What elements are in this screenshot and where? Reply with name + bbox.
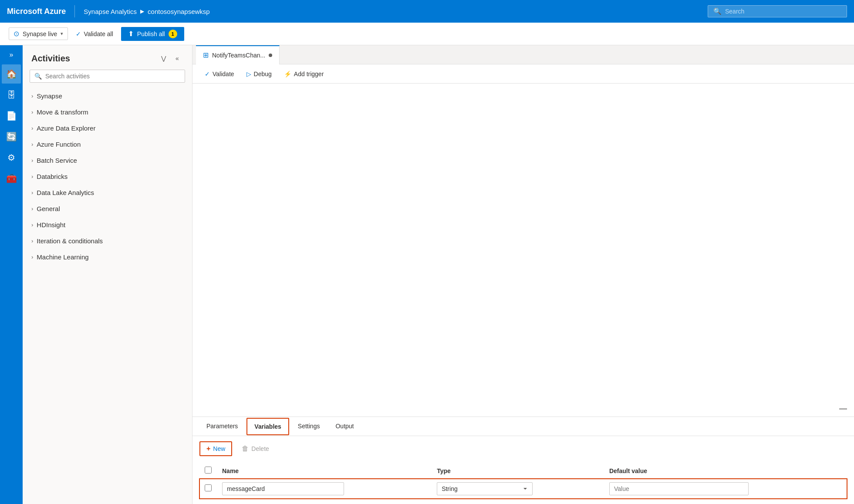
header-name: Name bbox=[217, 463, 432, 479]
sidebar-item-data[interactable]: 🗄 bbox=[2, 85, 21, 104]
activities-header: Activities ⋁ « bbox=[23, 45, 192, 68]
breadcrumb: Synapse Analytics ▶ contososynapsewksp bbox=[84, 8, 209, 15]
synapse-live-icon: ⊙ bbox=[14, 30, 19, 38]
activity-item-azure-function[interactable]: › Azure Function bbox=[23, 136, 192, 152]
sidebar-item-monitor[interactable]: ⚙ bbox=[2, 148, 21, 167]
publish-all-label: Publish all bbox=[137, 30, 165, 37]
activity-label: Machine Learning bbox=[37, 253, 88, 261]
brand-label: Microsoft Azure bbox=[7, 7, 66, 16]
chevron-right-icon: › bbox=[31, 189, 33, 196]
variable-row: String Boolean Array bbox=[199, 479, 847, 499]
chevron-right-icon: › bbox=[31, 109, 33, 115]
synapse-live-button[interactable]: ⊙ Synapse live ▾ bbox=[9, 27, 68, 40]
variable-name-input[interactable] bbox=[222, 482, 344, 495]
close-activities-button[interactable]: « bbox=[171, 52, 183, 64]
activity-item-hdinsight[interactable]: › HDInsight bbox=[23, 217, 192, 233]
sidebar-item-develop[interactable]: 📄 bbox=[2, 106, 21, 125]
row-name-cell bbox=[217, 479, 432, 499]
validate-all-button[interactable]: ✓ Validate all bbox=[71, 28, 117, 40]
tab-parameters-label: Parameters bbox=[206, 423, 238, 430]
collapse-activities-button[interactable]: ⋁ bbox=[157, 52, 169, 64]
activities-list: › Synapse › Move & transform › Azure Dat… bbox=[23, 88, 192, 504]
main-toolbar: ⊙ Synapse live ▾ ✓ Validate all ⬆ Publis… bbox=[0, 23, 854, 45]
row-default-value-cell bbox=[604, 479, 847, 499]
activities-search-input[interactable] bbox=[45, 73, 180, 80]
pipeline-canvas[interactable]: — bbox=[192, 84, 854, 417]
variables-content: + New 🗑 Delete bbox=[192, 436, 854, 504]
chevron-right-icon: › bbox=[31, 93, 33, 99]
publish-badge: 1 bbox=[169, 30, 177, 38]
search-icon: 🔍 bbox=[34, 73, 42, 80]
debug-label: Debug bbox=[254, 71, 272, 77]
header-type: Type bbox=[432, 463, 604, 479]
chevron-right-icon: › bbox=[31, 205, 33, 212]
canvas-minimize-button[interactable]: — bbox=[839, 404, 847, 413]
tab-parameters[interactable]: Parameters bbox=[199, 418, 245, 435]
activity-label: HDInsight bbox=[37, 221, 65, 228]
pipeline-modified-dot bbox=[269, 54, 272, 57]
delete-label: Delete bbox=[251, 445, 269, 452]
activity-item-azure-data-explorer[interactable]: › Azure Data Explorer bbox=[23, 120, 192, 136]
validate-all-icon: ✓ bbox=[76, 30, 81, 37]
activity-item-general[interactable]: › General bbox=[23, 201, 192, 217]
activities-title: Activities bbox=[31, 54, 70, 64]
pipeline-tabs: ⊞ NotifyTeamsChan... bbox=[192, 45, 854, 64]
variables-actions: + New 🗑 Delete bbox=[199, 441, 847, 456]
activity-label: Azure Function bbox=[37, 141, 81, 148]
chevron-right-icon: › bbox=[31, 254, 33, 260]
activities-controls: ⋁ « bbox=[157, 52, 183, 64]
plus-icon: + bbox=[206, 445, 210, 453]
activity-item-machine-learning[interactable]: › Machine Learning bbox=[23, 249, 192, 265]
chevron-right-icon: › bbox=[31, 222, 33, 228]
activity-item-iteration-conditionals[interactable]: › Iteration & conditionals bbox=[23, 233, 192, 249]
tab-settings[interactable]: Settings bbox=[291, 418, 327, 435]
activity-label: General bbox=[37, 205, 60, 212]
top-bar-divider bbox=[74, 5, 75, 17]
activity-label: Move & transform bbox=[37, 108, 88, 116]
debug-button[interactable]: ▷ Debug bbox=[241, 68, 277, 80]
pipeline-icon: ⊞ bbox=[203, 51, 209, 59]
activity-label: Data Lake Analytics bbox=[37, 189, 94, 196]
row-checkbox-cell bbox=[199, 479, 217, 499]
validate-icon: ✓ bbox=[205, 71, 210, 77]
global-search[interactable]: 🔍 bbox=[708, 5, 847, 17]
global-search-input[interactable] bbox=[725, 8, 841, 15]
select-all-checkbox[interactable] bbox=[205, 467, 212, 474]
chevron-right-icon: › bbox=[31, 125, 33, 131]
activities-search-box[interactable]: 🔍 bbox=[30, 70, 185, 83]
row-checkbox[interactable] bbox=[205, 484, 212, 491]
add-trigger-button[interactable]: ⚡ Add trigger bbox=[279, 68, 329, 80]
trash-icon: 🗑 bbox=[242, 445, 249, 453]
activity-item-batch-service[interactable]: › Batch Service bbox=[23, 152, 192, 168]
new-variable-button[interactable]: + New bbox=[199, 441, 232, 456]
tab-variables[interactable]: Variables bbox=[246, 418, 289, 435]
search-icon: 🔍 bbox=[713, 7, 722, 15]
top-bar: Microsoft Azure Synapse Analytics ▶ cont… bbox=[0, 0, 854, 23]
chevron-right-icon: › bbox=[31, 141, 33, 148]
sidebar-item-integrate[interactable]: 🔄 bbox=[2, 127, 21, 146]
chevron-right-icon: › bbox=[31, 238, 33, 244]
content-area: ⊞ NotifyTeamsChan... ✓ Validate ▷ Debug … bbox=[192, 45, 854, 504]
header-checkbox-cell bbox=[199, 463, 217, 479]
activity-item-data-lake-analytics[interactable]: › Data Lake Analytics bbox=[23, 185, 192, 201]
publish-all-button[interactable]: ⬆ Publish all 1 bbox=[121, 27, 184, 41]
delete-variable-button[interactable]: 🗑 Delete bbox=[236, 442, 275, 455]
variables-table: Name Type Default value bbox=[199, 463, 847, 499]
publish-icon: ⬆ bbox=[128, 30, 134, 38]
variable-default-value-input[interactable] bbox=[609, 482, 749, 495]
activity-item-move-transform[interactable]: › Move & transform bbox=[23, 104, 192, 120]
activity-item-databricks[interactable]: › Databricks bbox=[23, 168, 192, 185]
pipeline-toolbar: ✓ Validate ▷ Debug ⚡ Add trigger bbox=[192, 64, 854, 84]
tab-output[interactable]: Output bbox=[328, 418, 361, 435]
bottom-panel: Parameters Variables Settings Output + N… bbox=[192, 417, 854, 504]
activities-panel: Activities ⋁ « 🔍 › Synapse › Move & tran… bbox=[23, 45, 192, 504]
activity-item-synapse[interactable]: › Synapse bbox=[23, 88, 192, 104]
sidebar-collapse-button[interactable]: » bbox=[2, 49, 21, 61]
validate-button[interactable]: ✓ Validate bbox=[199, 68, 240, 80]
debug-icon: ▷ bbox=[246, 71, 251, 77]
new-label: New bbox=[213, 445, 225, 452]
sidebar-item-home[interactable]: 🏠 bbox=[2, 64, 21, 84]
sidebar-item-manage[interactable]: 🧰 bbox=[2, 169, 21, 188]
pipeline-tab-notify[interactable]: ⊞ NotifyTeamsChan... bbox=[196, 45, 280, 64]
variable-type-select[interactable]: String Boolean Array bbox=[437, 482, 533, 495]
